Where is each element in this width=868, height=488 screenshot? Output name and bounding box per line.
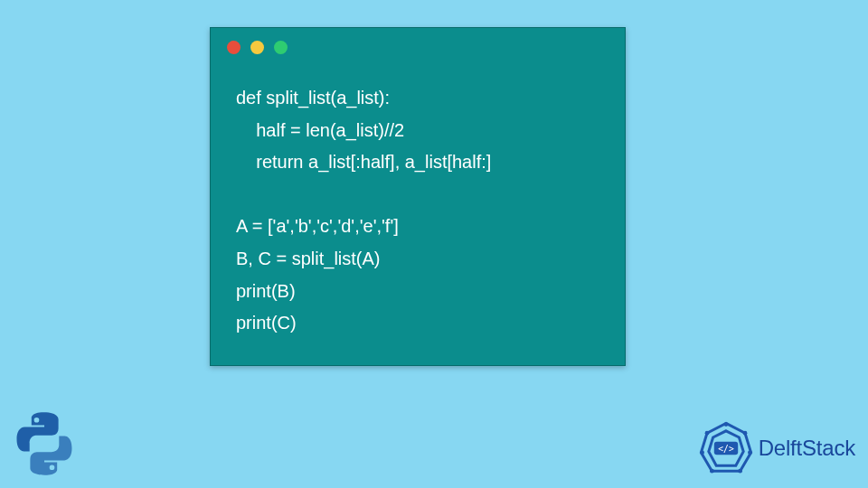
svg-point-5 [748, 450, 752, 455]
brand-lockup: </> DelftStack [699, 421, 855, 475]
maximize-icon [274, 41, 288, 54]
code-window: def split_list(a_list): half = len(a_lis… [210, 27, 626, 366]
close-icon [227, 41, 241, 54]
code-block: def split_list(a_list): half = len(a_lis… [211, 66, 625, 365]
svg-point-8 [738, 469, 742, 474]
titlebar [211, 28, 625, 66]
python-logo-icon [9, 408, 80, 479]
delftstack-icon: </> [699, 421, 753, 475]
minimize-icon [250, 41, 264, 54]
svg-point-9 [742, 431, 747, 436]
svg-point-6 [700, 450, 704, 455]
svg-text:</>: </> [718, 444, 734, 454]
svg-point-4 [723, 422, 728, 427]
svg-point-7 [710, 469, 714, 474]
brand-name: DelftStack [759, 436, 855, 461]
svg-point-10 [704, 431, 709, 436]
